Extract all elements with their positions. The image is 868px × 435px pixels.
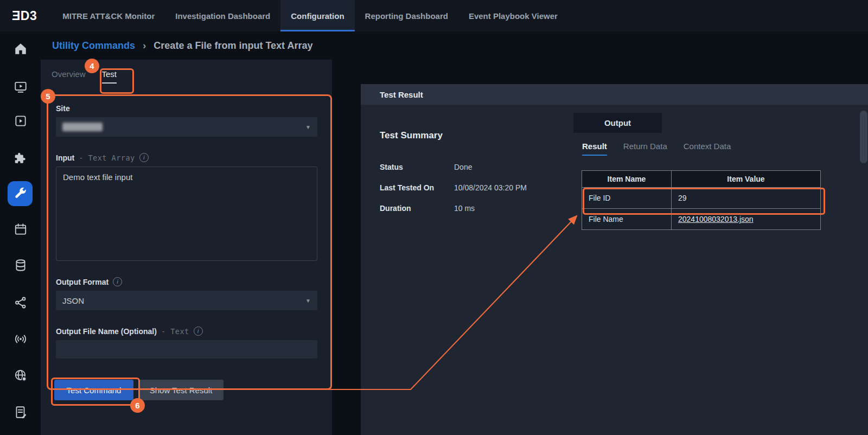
document-edit-icon[interactable] (14, 405, 28, 419)
output-sub-tabs: Result Return Data Context Data (582, 142, 731, 156)
info-icon[interactable]: i (113, 277, 122, 286)
summary-row-status: Status Done (380, 157, 527, 177)
show-test-result-button[interactable]: Show Test Result (138, 380, 224, 400)
calendar-icon[interactable] (14, 222, 28, 236)
sub-tab-result[interactable]: Result (582, 142, 607, 156)
summary-row-duration: Duration 10 ms (380, 198, 527, 219)
cell-file-name-name: File Name (582, 209, 672, 230)
sub-tab-return-data[interactable]: Return Data (623, 142, 667, 156)
tab-overview[interactable]: Overview (52, 69, 86, 84)
input-label: Input (56, 153, 74, 162)
tab-output[interactable]: Output (573, 113, 662, 133)
output-format-label: Output Format (56, 278, 108, 286)
summary-value: 10/08/2024 03:20 PM (454, 183, 527, 192)
breadcrumb: Utility Commands › Create a File from in… (52, 31, 312, 60)
test-summary: Status Done Last Tested On 10/08/2024 03… (380, 157, 527, 219)
test-result-body: Test Summary Status Done Last Tested On … (361, 105, 868, 435)
summary-label: Status (380, 163, 454, 171)
nav-item-investigation-dashboard[interactable]: Investigation Dashboard (165, 0, 280, 31)
test-command-form: Site ▼ Input - Text Array i Demo text fi… (56, 104, 317, 359)
d3-logo[interactable]: ƎD3 (0, 0, 52, 31)
summary-label: Last Tested On (380, 183, 454, 192)
table-row-file-id: File ID 29 (582, 188, 821, 209)
chevron-down-icon: ▼ (305, 124, 311, 130)
col-header-item-value: Item Value (672, 171, 821, 188)
video-file-icon[interactable] (14, 114, 28, 128)
vertical-scrollbar[interactable] (860, 111, 867, 163)
app-canvas: ƎD3 MITRE ATT&CK Monitor Investigation D… (0, 0, 868, 435)
cell-file-id-name: File ID (582, 188, 672, 209)
site-label: Site (56, 104, 317, 113)
home-icon[interactable] (14, 42, 28, 56)
monitor-play-icon[interactable] (14, 80, 28, 94)
tools-wrench-icon[interactable] (14, 187, 28, 201)
summary-label: Duration (380, 204, 454, 213)
test-summary-title: Test Summary (380, 130, 443, 141)
chevron-right-icon: › (143, 40, 146, 52)
site-select[interactable]: ▼ (56, 117, 317, 137)
file-name-link[interactable]: 20241008032013.json (678, 215, 754, 223)
globe-user-icon[interactable] (14, 368, 28, 382)
chevron-down-icon: ▼ (305, 298, 311, 304)
test-result-panel: Test Result Test Summary Status Done Las… (361, 84, 868, 435)
test-form-panel: Overview Test Site ▼ Input - Text Array … (41, 60, 332, 435)
table-row-file-name: File Name 20241008032013.json (582, 209, 821, 230)
database-icon[interactable] (14, 258, 28, 272)
result-table: Item Name Item Value File ID 29 File Nam… (582, 170, 821, 230)
info-icon[interactable]: i (194, 327, 203, 336)
col-header-item-name: Item Name (582, 171, 672, 188)
breadcrumb-utility-commands[interactable]: Utility Commands (52, 40, 135, 52)
info-icon[interactable]: i (139, 153, 149, 162)
form-buttons: Test Command Show Test Result (54, 380, 224, 400)
table-header-row: Item Name Item Value (582, 171, 821, 188)
puzzle-icon[interactable] (14, 151, 28, 165)
output-file-type-suffix: - Text (161, 327, 189, 336)
test-command-button[interactable]: Test Command (54, 380, 133, 400)
output-format-value: JSON (62, 296, 84, 305)
top-nav: ƎD3 MITRE ATT&CK Monitor Investigation D… (0, 0, 868, 31)
nav-item-reporting-dashboard[interactable]: Reporting Dashboard (355, 0, 458, 31)
tab-test[interactable]: Test (102, 69, 117, 84)
nav-item-configuration[interactable]: Configuration (280, 0, 354, 31)
cell-file-id-value: 29 (672, 188, 821, 209)
output-format-select[interactable]: JSON ▼ (56, 291, 317, 310)
test-result-title: Test Result (380, 90, 423, 99)
icon-sidebar (0, 31, 41, 435)
share-nodes-icon[interactable] (14, 296, 28, 310)
summary-value: Done (454, 163, 472, 171)
output-file-name-input[interactable] (56, 340, 317, 359)
input-type-suffix: - Text Array (79, 153, 135, 162)
nav-item-event-playbook-viewer[interactable]: Event Playbook Viewer (458, 0, 568, 31)
nav-item-mitre-attack-monitor[interactable]: MITRE ATT&CK Monitor (52, 0, 165, 31)
site-value-redacted (62, 123, 103, 131)
form-panel-tabs: Overview Test (52, 69, 117, 84)
summary-value: 10 ms (454, 204, 475, 213)
output-file-name-label: Output File Name (Optional) (56, 327, 157, 336)
summary-row-last-tested: Last Tested On 10/08/2024 03:20 PM (380, 177, 527, 198)
test-result-header: Test Result (361, 84, 868, 105)
sub-tab-context-data[interactable]: Context Data (684, 142, 731, 156)
broadcast-icon[interactable] (14, 332, 28, 346)
input-textarea[interactable]: Demo text file input (56, 167, 317, 261)
page-title: Create a File from input Text Array (154, 40, 312, 52)
